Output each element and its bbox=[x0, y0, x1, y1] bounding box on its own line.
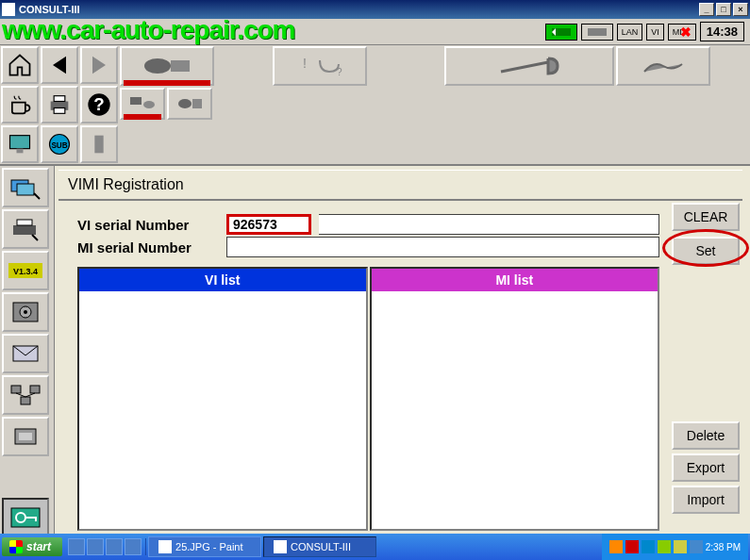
left-sidebar: V1.3.4 bbox=[0, 166, 55, 560]
export-button[interactable]: Export bbox=[672, 453, 740, 482]
svg-text:!: ! bbox=[303, 56, 307, 71]
vi-serial-input[interactable] bbox=[226, 214, 311, 235]
watermark-text: www.car-auto-repair.com bbox=[2, 15, 295, 45]
wrench-section-button[interactable] bbox=[444, 46, 614, 86]
vi-list-header: VI list bbox=[79, 269, 366, 291]
svg-text:V1.3.4: V1.3.4 bbox=[13, 267, 38, 276]
window-title: CONSULT-III bbox=[19, 4, 80, 15]
svg-text:SUB: SUB bbox=[51, 141, 67, 150]
svg-text:?: ? bbox=[337, 67, 342, 77]
mi-disconnected-icon: ✖ bbox=[680, 25, 692, 40]
sub-section-1-button[interactable] bbox=[120, 88, 165, 120]
sidebar-network-button[interactable] bbox=[2, 375, 49, 415]
back-button[interactable] bbox=[41, 46, 78, 84]
sidebar-print-button[interactable] bbox=[2, 209, 49, 249]
svg-rect-25 bbox=[13, 225, 36, 235]
column-button[interactable] bbox=[80, 125, 118, 163]
svg-rect-6 bbox=[54, 96, 65, 102]
set-button[interactable]: Set bbox=[672, 237, 740, 265]
tray-icon-5[interactable] bbox=[674, 540, 687, 553]
sidebar-key-button[interactable] bbox=[2, 498, 49, 537]
lan-status: LAN bbox=[617, 24, 643, 41]
svg-rect-10 bbox=[10, 136, 30, 149]
sidebar-device-button[interactable] bbox=[2, 417, 49, 456]
mi-status: MI✖ bbox=[668, 24, 696, 41]
app-icon bbox=[2, 3, 15, 16]
ql-app-icon[interactable] bbox=[106, 538, 123, 555]
svg-marker-4 bbox=[92, 57, 106, 74]
right-button-column: CLEAR Set Delete Export Import bbox=[669, 201, 742, 535]
mi-list-header: MI list bbox=[372, 269, 658, 291]
svg-rect-37 bbox=[19, 433, 32, 440]
vi-serial-extended[interactable] bbox=[319, 214, 659, 235]
delete-button[interactable]: Delete bbox=[672, 421, 740, 450]
vi-status: VI bbox=[646, 24, 664, 41]
svg-rect-11 bbox=[17, 149, 24, 154]
tray-icon-4[interactable] bbox=[658, 540, 671, 553]
mi-serial-label: MI serial Number bbox=[77, 239, 219, 255]
main-area: V1.3.4 VIMI Registration VI serial Numbe… bbox=[0, 166, 750, 560]
tray-clock: 2:38 PM bbox=[706, 542, 741, 552]
maximize-button[interactable]: □ bbox=[716, 3, 731, 16]
misc-section-button[interactable] bbox=[616, 46, 710, 86]
sub-section-2-button[interactable] bbox=[167, 88, 212, 120]
svg-point-21 bbox=[178, 99, 192, 108]
help-button[interactable]: ? bbox=[80, 86, 118, 124]
quick-launch bbox=[64, 538, 146, 555]
panel-title: VIMI Registration bbox=[58, 170, 742, 201]
main-toolbar: ? SUB !? bbox=[0, 45, 750, 166]
mi-list-body[interactable] bbox=[372, 291, 658, 529]
svg-rect-7 bbox=[54, 108, 65, 114]
svg-rect-16 bbox=[171, 60, 190, 72]
clear-button[interactable]: CLEAR bbox=[672, 203, 740, 231]
diagnosis-section-button[interactable]: !? bbox=[273, 46, 367, 86]
windows-taskbar: start 25.JPG - Paint CONSULT-III 2:38 PM bbox=[0, 534, 750, 560]
tray-icon-3[interactable] bbox=[642, 540, 655, 553]
import-button[interactable]: Import bbox=[672, 486, 740, 514]
svg-rect-34 bbox=[30, 386, 40, 393]
svg-rect-24 bbox=[17, 184, 34, 195]
taskbar-item-consult[interactable]: CONSULT-III bbox=[263, 536, 376, 557]
mi-list-table: MI list bbox=[370, 267, 660, 531]
clock-display: 14:38 bbox=[700, 22, 744, 41]
sidebar-safe-button[interactable] bbox=[2, 292, 49, 332]
tray-icon-1[interactable] bbox=[609, 540, 623, 553]
svg-rect-35 bbox=[21, 397, 30, 404]
connection-green-icon bbox=[545, 24, 577, 41]
vi-list-table: VI list bbox=[77, 267, 368, 531]
minimize-button[interactable]: _ bbox=[699, 3, 714, 16]
svg-rect-19 bbox=[130, 97, 142, 105]
svg-rect-14 bbox=[94, 136, 103, 154]
svg-rect-2 bbox=[588, 28, 607, 36]
ql-desktop-icon[interactable] bbox=[87, 538, 104, 555]
tray-icon-6[interactable] bbox=[690, 540, 703, 553]
sidebar-version-button[interactable]: V1.3.4 bbox=[2, 251, 49, 290]
screen-button[interactable] bbox=[1, 125, 39, 163]
system-tray: 2:38 PM bbox=[602, 534, 748, 560]
forward-button[interactable] bbox=[80, 46, 118, 84]
vi-list-body[interactable] bbox=[79, 291, 366, 529]
vehicle-section-button[interactable] bbox=[120, 46, 214, 86]
svg-rect-33 bbox=[11, 386, 21, 393]
start-button[interactable]: start bbox=[2, 537, 62, 556]
windows-logo-icon bbox=[9, 540, 23, 553]
sub-button[interactable]: SUB bbox=[41, 125, 78, 163]
print-button[interactable] bbox=[41, 86, 78, 124]
svg-text:?: ? bbox=[93, 94, 104, 114]
paint-icon bbox=[158, 540, 172, 553]
coffee-button[interactable] bbox=[1, 86, 39, 124]
sidebar-mail-button[interactable] bbox=[2, 334, 49, 373]
ql-ie-icon[interactable] bbox=[68, 538, 85, 555]
home-button[interactable] bbox=[1, 46, 39, 84]
device-status-icon bbox=[581, 24, 613, 41]
mi-serial-input[interactable] bbox=[226, 237, 659, 257]
close-button[interactable]: × bbox=[733, 3, 748, 16]
taskbar-item-paint[interactable]: 25.JPG - Paint bbox=[148, 536, 261, 557]
sidebar-folders-button[interactable] bbox=[2, 168, 49, 207]
vi-serial-label: VI serial Number bbox=[77, 217, 219, 233]
svg-marker-3 bbox=[53, 57, 66, 74]
ql-app2-icon[interactable] bbox=[125, 538, 142, 555]
tray-icon-2[interactable] bbox=[625, 540, 639, 553]
svg-rect-22 bbox=[192, 99, 202, 108]
content-panel: VIMI Registration VI serial Number MI se… bbox=[55, 166, 750, 560]
